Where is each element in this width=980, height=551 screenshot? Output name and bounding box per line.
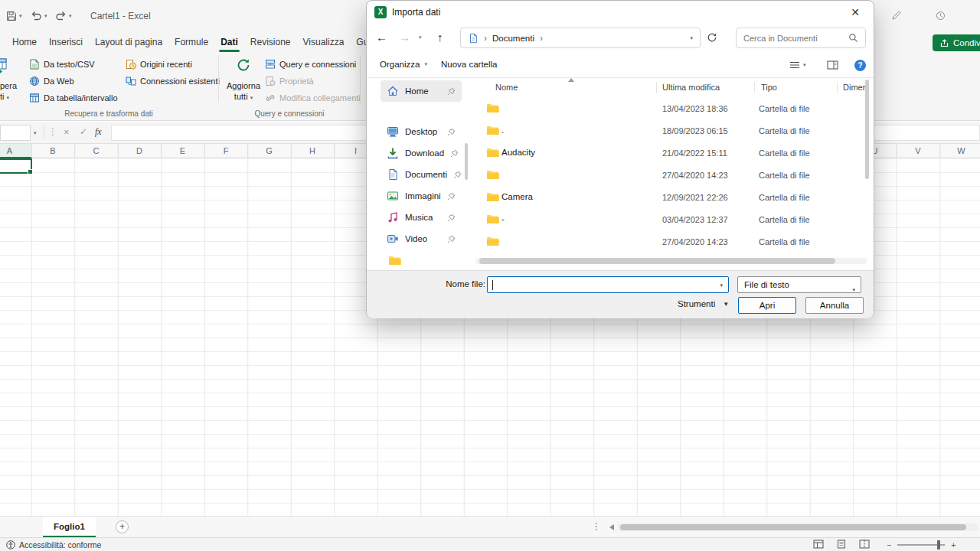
column-divider[interactable]	[754, 82, 755, 93]
view-mode-button[interactable]: ▾	[789, 60, 806, 70]
accessibility-status[interactable]: Accessibilità: conforme	[6, 539, 101, 550]
preview-pane-button[interactable]	[827, 60, 838, 70]
tab-dati[interactable]: Dati	[214, 32, 244, 52]
column-header-tipo[interactable]: Tipo	[761, 83, 777, 92]
normal-view-icon[interactable]	[813, 540, 824, 549]
column-header-ultima-modifica[interactable]: Ultima modifica	[662, 83, 720, 92]
file-row[interactable]: Camera12/09/2021 22:26Cartella di file	[475, 186, 867, 208]
enter-formula-icon[interactable]: ✓	[80, 126, 87, 137]
origini-recenti-button[interactable]: Origini recenti	[126, 57, 192, 72]
column-divider[interactable]	[837, 82, 838, 93]
file-row[interactable]: .18/09/2023 06:15Cartella di file	[475, 119, 867, 142]
tab-layout-di-pagina[interactable]: Layout di pagina	[89, 32, 168, 52]
file-row[interactable]: 27/04/2020 14:23Cartella di file	[475, 164, 867, 186]
column-header-C[interactable]: C	[81, 144, 112, 158]
tab-inserisci[interactable]: Inserisci	[43, 32, 89, 52]
zoom-in-icon[interactable]: +	[951, 540, 956, 549]
hscroll-thumb[interactable]	[620, 524, 966, 530]
search-input[interactable]: Cerca in Documenti	[736, 28, 866, 48]
selected-cell-a1[interactable]	[0, 158, 32, 174]
page-break-view-icon[interactable]	[859, 540, 870, 549]
name-box-dropdown-icon[interactable]: ▾	[34, 130, 37, 136]
open-button[interactable]: Apri	[738, 297, 796, 314]
file-list-vscrollbar[interactable]	[865, 80, 869, 179]
up-icon[interactable]: ↑	[437, 31, 443, 44]
clock-icon[interactable]	[936, 11, 946, 21]
column-header-D[interactable]: D	[124, 144, 155, 158]
zoom-out-icon[interactable]: −	[887, 540, 891, 549]
column-header-W[interactable]: W	[946, 144, 977, 158]
hscroll-track[interactable]	[617, 523, 978, 531]
sheet-tab-foglio1[interactable]: Foglio1	[43, 517, 96, 537]
tab-visualizza[interactable]: Visualizza	[297, 32, 351, 52]
connessioni-esistenti-button[interactable]: Connessioni esistenti	[126, 73, 220, 89]
organize-button[interactable]: Organizza ▾	[380, 60, 427, 69]
help-icon[interactable]: ?	[854, 60, 866, 71]
tab-home[interactable]: Home	[6, 32, 43, 52]
da-testo-csv-button[interactable]: Da testo/CSV	[29, 57, 95, 72]
da-tabella-button[interactable]: Da tabella/intervallo	[29, 90, 118, 106]
sidebar-item-desktop[interactable]: Desktop	[381, 121, 462, 142]
column-divider[interactable]	[656, 82, 657, 93]
sidebar-item-immagini[interactable]: Immagini	[381, 185, 462, 207]
formula-bar-handle-icon[interactable]: ⋮	[48, 126, 57, 137]
sidebar-item-documenti[interactable]: Documenti	[381, 164, 462, 185]
tab-revisione[interactable]: Revisione	[244, 32, 297, 52]
close-icon[interactable]: ✕	[843, 2, 867, 22]
page-layout-view-icon[interactable]	[836, 540, 847, 549]
add-sheet-button[interactable]: +	[116, 520, 129, 533]
file-list-hscrollbar[interactable]	[475, 258, 867, 264]
sidebar-scrollbar[interactable]	[465, 143, 468, 180]
column-header-B[interactable]: B	[38, 144, 68, 158]
cancel-button[interactable]: Annulla	[805, 297, 864, 314]
folder-icon[interactable]	[388, 256, 401, 266]
refresh-icon[interactable]	[707, 32, 717, 43]
insert-function-icon[interactable]: fx	[95, 126, 102, 138]
sidebar-item-home[interactable]: Home	[381, 80, 462, 102]
file-type-select[interactable]: File di testo ▾	[737, 276, 861, 293]
tools-button[interactable]: Strumenti ▼	[678, 299, 729, 308]
file-row[interactable]: 13/04/2023 18:36Cartella di file	[475, 97, 867, 119]
address-dropdown-icon[interactable]: ▾	[690, 35, 693, 41]
chevron-down-icon[interactable]: ▾	[720, 282, 723, 289]
query-connessioni-button[interactable]: Query e connessioni	[265, 57, 356, 72]
get-data-button[interactable]: pera ti ▾	[0, 52, 24, 109]
hscroll-left-arrow[interactable]	[609, 524, 614, 530]
file-list-hscroll-thumb[interactable]	[479, 258, 835, 264]
file-row[interactable]: -03/04/2023 12:37Cartella di file	[475, 208, 867, 230]
breadcrumb[interactable]: › Documenti › ▾	[460, 28, 701, 48]
back-icon[interactable]: ←	[376, 31, 387, 44]
da-web-button[interactable]: Da Web	[29, 73, 74, 89]
file-row[interactable]: 27/04/2020 14:23Cartella di file	[475, 230, 867, 253]
column-header-G[interactable]: G	[254, 144, 285, 158]
undo-icon[interactable]	[31, 11, 42, 21]
save-dropdown-icon[interactable]: ▾	[19, 13, 22, 19]
sidebar-item-musica[interactable]: Musica	[381, 207, 462, 228]
tab-formule[interactable]: Formule	[168, 32, 214, 52]
sidebar-item-download[interactable]: Download	[381, 142, 462, 164]
history-dropdown-icon[interactable]: ▾	[419, 34, 422, 41]
column-header-nome[interactable]: Nome	[495, 83, 518, 92]
new-folder-button[interactable]: Nuova cartella	[441, 60, 498, 69]
file-name-input[interactable]: ▾	[487, 276, 729, 293]
zoom-slider-thumb[interactable]	[937, 540, 940, 549]
redo-dropdown-icon[interactable]: ▾	[69, 13, 72, 19]
column-header-F[interactable]: F	[211, 144, 241, 158]
breadcrumb-item-documenti[interactable]: Documenti	[492, 34, 534, 43]
share-button[interactable]: Condividi	[933, 34, 980, 51]
column-header-E[interactable]: E	[168, 144, 198, 158]
pen-icon[interactable]	[891, 11, 901, 21]
column-header-V[interactable]: V	[903, 144, 933, 158]
column-header-H[interactable]: H	[297, 144, 328, 158]
zoom-slider[interactable]	[897, 544, 945, 546]
save-icon[interactable]	[6, 11, 17, 21]
redo-icon[interactable]	[55, 11, 67, 21]
aggiorna-tutti-button[interactable]: Aggiorna tutti ▾	[224, 52, 263, 109]
sheet-menu-icon[interactable]: ⋮	[592, 521, 601, 532]
cancel-formula-icon[interactable]: ×	[64, 126, 70, 138]
file-row[interactable]: Audacity21/04/2022 15:11Cartella di file	[475, 142, 867, 164]
sidebar-item-video[interactable]: Video	[381, 228, 462, 249]
name-box[interactable]	[0, 125, 31, 141]
column-header-A[interactable]: A	[0, 144, 25, 158]
undo-dropdown-icon[interactable]: ▾	[44, 13, 47, 19]
